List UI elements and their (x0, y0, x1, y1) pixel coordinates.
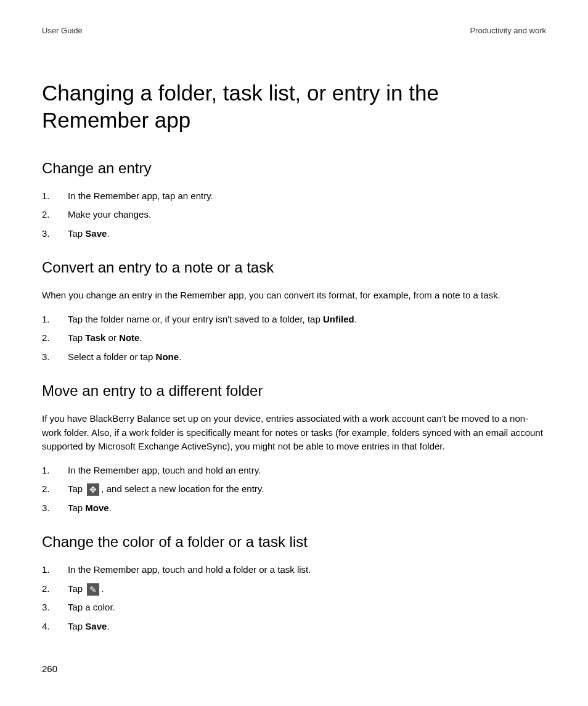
step-bold: Unfiled (323, 314, 354, 324)
section-heading: Convert an entry to a note or a task (42, 259, 546, 276)
step-text: . (179, 351, 181, 362)
step-item: Tap a color. (42, 601, 546, 615)
section-intro: If you have BlackBerry Balance set up on… (42, 412, 546, 454)
step-item: Select a folder or tap None. (42, 350, 546, 364)
step-item: Tap the folder name or, if your entry is… (42, 313, 546, 327)
step-text: Tap (68, 583, 85, 594)
step-text: Select a folder or tap (68, 351, 156, 362)
step-bold: Save (85, 228, 107, 239)
page-title: Changing a folder, task list, or entry i… (42, 80, 546, 134)
step-item: In the Remember app, tap an entry. (42, 189, 546, 203)
edit-icon (87, 583, 99, 596)
step-item: Tap Save. (42, 620, 546, 634)
section-heading: Change an entry (42, 160, 546, 177)
step-item: Tap . (42, 582, 546, 596)
step-text: Tap (68, 332, 85, 343)
step-text: . (109, 503, 112, 513)
header-right: Productivity and work (470, 26, 546, 35)
step-text: . (354, 314, 357, 324)
section-heading: Change the color of a folder or a task l… (42, 533, 546, 551)
step-bold: Move (85, 503, 108, 513)
section-intro: When you change an entry in the Remember… (42, 289, 546, 303)
step-item: In the Remember app, touch and hold a fo… (42, 563, 546, 577)
page-header: User Guide Productivity and work (42, 26, 546, 35)
step-text: Tap (68, 228, 85, 239)
step-text: . (139, 332, 142, 343)
step-bold: Save (85, 621, 107, 631)
step-list: Tap the folder name or, if your entry is… (42, 313, 546, 364)
step-text: . (107, 621, 109, 631)
step-item: Tap , and select a new location for the … (42, 482, 546, 496)
step-text: . (101, 583, 104, 594)
step-text: Tap (68, 621, 85, 631)
step-text: , and select a new location for the entr… (101, 483, 264, 494)
step-text: . (107, 228, 109, 239)
step-bold: None (156, 351, 179, 362)
step-list: In the Remember app, touch and hold a fo… (42, 563, 546, 633)
step-list: In the Remember app, tap an entry.Make y… (42, 189, 546, 241)
step-item: In the Remember app, touch and hold an e… (42, 464, 546, 478)
step-bold: Task (85, 332, 105, 343)
step-item: Make your changes. (42, 208, 546, 222)
step-bold: Note (119, 332, 139, 343)
step-text: Tap (68, 503, 85, 513)
step-list: In the Remember app, touch and hold an e… (42, 464, 546, 515)
header-left: User Guide (42, 26, 83, 35)
step-text: Tap the folder name or, if your entry is… (68, 314, 323, 324)
move-icon (87, 483, 99, 496)
step-item: Tap Task or Note. (42, 331, 546, 345)
step-item: Tap Move. (42, 501, 546, 515)
page-number: 260 (42, 663, 57, 674)
step-item: Tap Save. (42, 227, 546, 241)
section-heading: Move an entry to a different folder (42, 382, 546, 400)
step-text: or (105, 332, 119, 343)
step-text: Tap (68, 483, 85, 494)
